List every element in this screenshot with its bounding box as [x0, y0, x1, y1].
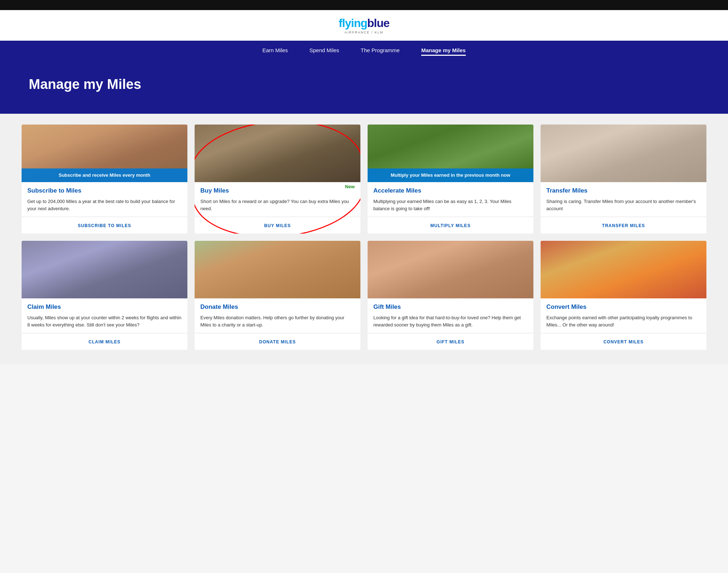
card-title-subscribe: Subscribe to Miles [27, 187, 182, 194]
logo-text: flyingblue [338, 17, 389, 30]
card-image-gift [368, 241, 533, 298]
card-footer-claim: CLAIM MILES [22, 333, 187, 350]
card-buy: New Buy Miles Short on Miles for a rewar… [195, 125, 360, 234]
nav-programme[interactable]: The Programme [361, 47, 400, 56]
card-title-accelerate: Accelerate Miles [373, 187, 528, 194]
card-overlay-subscribe: Subscribe and receive Miles every month [22, 168, 187, 182]
card-desc-convert: Exchange points earned with other partic… [546, 314, 701, 328]
card-footer-subscribe: SUBSCRIBE TO MILES [22, 217, 187, 234]
content-area: Subscribe and receive Miles every month … [0, 114, 728, 364]
card-cta-gift[interactable]: GIFT MILES [437, 339, 464, 344]
card-cta-donate[interactable]: DONATE MILES [259, 339, 296, 344]
top-bar [0, 0, 728, 10]
card-donate: Donate Miles Every Miles donation matter… [195, 241, 360, 350]
card-cta-convert[interactable]: CONVERT MILES [604, 339, 644, 344]
card-image-claim [22, 241, 187, 298]
card-cta-accelerate[interactable]: MULTIPLY MILES [431, 223, 471, 228]
card-image-transfer [541, 125, 706, 182]
card-image-convert [541, 241, 706, 298]
card-title-buy: Buy Miles [200, 187, 355, 194]
nav-manage-miles[interactable]: Manage my Miles [421, 47, 465, 56]
card-footer-accelerate: MULTIPLY MILES [368, 217, 533, 234]
card-desc-claim: Usually, Miles show up at your counter w… [27, 314, 182, 328]
card-title-donate: Donate Miles [200, 303, 355, 311]
hero-section: Manage my Miles [0, 62, 728, 114]
card-footer-convert: CONVERT MILES [541, 333, 706, 350]
card-title-gift: Gift Miles [373, 303, 528, 311]
card-cta-transfer[interactable]: TRANSFER MILES [602, 223, 645, 228]
card-transfer: Transfer Miles Sharing is caring. Transf… [541, 125, 706, 234]
header: flyingblue AIRFRANCE / KLM [0, 10, 728, 41]
card-desc-subscribe: Get up to 204,000 Miles a year at the be… [27, 198, 182, 212]
card-footer-buy: BUY MILES [195, 217, 360, 234]
card-title-transfer: Transfer Miles [546, 187, 701, 194]
card-image-buy [195, 125, 360, 182]
card-desc-buy: Short on Miles for a reward or an upgrad… [200, 198, 355, 212]
card-cta-subscribe[interactable]: SUBSCRIBE TO MILES [78, 223, 131, 228]
card-convert: Convert Miles Exchange points earned wit… [541, 241, 706, 350]
card-cta-claim[interactable]: CLAIM MILES [88, 339, 120, 344]
card-desc-accelerate: Multiplying your earned Miles can be as … [373, 198, 528, 212]
card-title-convert: Convert Miles [546, 303, 701, 311]
card-claim: Claim Miles Usually, Miles show up at yo… [22, 241, 187, 350]
new-badge-buy: New [345, 184, 355, 189]
card-cta-buy[interactable]: BUY MILES [264, 223, 291, 228]
card-gift: Gift Miles Looking for a gift idea for t… [368, 241, 533, 350]
card-image-subscribe: Subscribe and receive Miles every month [22, 125, 187, 182]
page-title: Manage my Miles [29, 77, 699, 92]
card-overlay-accelerate: Multiply your Miles earned in the previo… [368, 168, 533, 182]
card-subscribe: Subscribe and receive Miles every month … [22, 125, 187, 234]
card-desc-donate: Every Miles donation matters. Help other… [200, 314, 355, 328]
cards-grid: Subscribe and receive Miles every month … [22, 125, 706, 350]
card-accelerate: Multiply your Miles earned in the previo… [368, 125, 533, 234]
nav-bar: Earn Miles Spend Miles The Programme Man… [0, 41, 728, 62]
card-image-accelerate: Multiply your Miles earned in the previo… [368, 125, 533, 182]
card-title-claim: Claim Miles [27, 303, 182, 311]
card-image-donate [195, 241, 360, 298]
nav-earn-miles[interactable]: Earn Miles [262, 47, 288, 56]
nav-spend-miles[interactable]: Spend Miles [309, 47, 339, 56]
card-desc-transfer: Sharing is caring. Transfer Miles from y… [546, 198, 701, 212]
card-footer-transfer: TRANSFER MILES [541, 217, 706, 234]
card-desc-gift: Looking for a gift idea for that hard-to… [373, 314, 528, 328]
logo-sub: AIRFRANCE / KLM [345, 31, 383, 34]
card-footer-gift: GIFT MILES [368, 333, 533, 350]
card-footer-donate: DONATE MILES [195, 333, 360, 350]
logo[interactable]: flyingblue AIRFRANCE / KLM [338, 17, 389, 34]
